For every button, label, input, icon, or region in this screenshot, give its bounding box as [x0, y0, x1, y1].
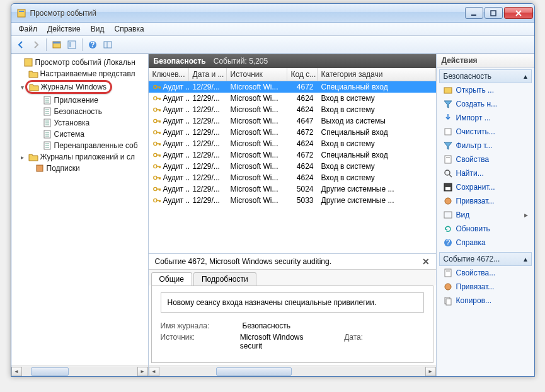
panes-button[interactable] [101, 38, 115, 52]
event-row[interactable]: Аудит ... 12/29/... Microsoft Wi... 4672… [149, 149, 436, 161]
action-evt-2[interactable]: Копиров... [439, 294, 532, 308]
action-sec-5[interactable]: Свойства [439, 153, 532, 166]
svg-rect-33 [37, 165, 43, 171]
event-row[interactable]: Аудит ... 12/29/... Microsoft Wi... 4672… [149, 81, 436, 93]
menu-help[interactable]: Справка [110, 23, 149, 35]
tree-app-services[interactable]: ▸ Журналы приложений и сл [11, 151, 148, 163]
detail-hscroll[interactable]: ◄ ► [149, 366, 436, 376]
menu-file[interactable]: Файл [14, 23, 43, 35]
event-row[interactable]: Аудит ... 12/29/... Microsoft Wi... 4624… [149, 93, 436, 104]
tab-general[interactable]: Общие [151, 272, 192, 285]
event-row[interactable]: Аудит ... 12/29/... Microsoft Wi... 5033… [149, 195, 436, 206]
collapse-icon: ▴ [524, 255, 527, 263]
svg-rect-0 [18, 9, 25, 17]
tree-root[interactable]: Просмотр событий (Локальн [11, 57, 148, 68]
svg-rect-7 [69, 42, 71, 47]
detail-close-button[interactable]: ✕ [422, 257, 430, 267]
action-sec-4[interactable]: Фильтр т... [439, 139, 532, 153]
action-sec-9[interactable]: Вид▸ [439, 208, 532, 222]
tab-details[interactable]: Подробности [193, 272, 256, 285]
event-row[interactable]: Аудит ... 12/29/... Microsoft Wi... 4624… [149, 138, 436, 149]
maximize-button[interactable] [485, 7, 503, 19]
tree-pane: Просмотр событий (Локальн Настраиваемые … [11, 54, 149, 376]
action-sec-6[interactable]: Найти... [439, 166, 532, 180]
action-evt-1[interactable]: Привязат... [439, 280, 532, 294]
svg-text:?: ? [90, 40, 95, 49]
event-list[interactable]: Ключев... Дата и ... Источник Код с... К… [149, 68, 436, 253]
svg-point-53 [445, 198, 451, 204]
event-row[interactable]: Аудит ... 12/29/... Microsoft Wi... 5024… [149, 183, 436, 195]
svg-text:?: ? [445, 238, 450, 247]
tree-setup[interactable]: Установка [11, 117, 148, 129]
tree-security[interactable]: Безопасность [11, 106, 148, 117]
collapse-icon: ▴ [524, 72, 527, 81]
svg-rect-46 [445, 129, 451, 135]
svg-rect-1 [19, 11, 24, 12]
svg-rect-61 [446, 299, 451, 305]
close-button[interactable] [504, 7, 533, 19]
app-icon [16, 8, 26, 18]
svg-rect-3 [491, 11, 496, 16]
svg-rect-45 [444, 88, 452, 93]
detail-title: Событие 4672, Microsoft Windows security… [155, 257, 331, 266]
svg-rect-54 [444, 212, 452, 218]
menu-action[interactable]: Действие [42, 23, 86, 35]
forward-button[interactable] [29, 38, 43, 52]
action-sec-1[interactable]: Создать н... [439, 97, 532, 111]
event-row[interactable]: Аудит ... 12/29/... Microsoft Wi... 4624… [149, 172, 436, 183]
titlebar[interactable]: Просмотр событий [11, 4, 534, 23]
log-header: Безопасность Событий: 5,205 [149, 54, 436, 68]
svg-rect-2 [471, 14, 476, 16]
help-button[interactable]: ? [86, 38, 100, 52]
svg-rect-10 [104, 42, 112, 48]
tree-hscroll[interactable]: ◄ ► [11, 366, 148, 376]
action-sec-2[interactable]: Импорт ... [439, 111, 532, 125]
tree-system[interactable]: Система [11, 129, 148, 140]
toolbar: ? [11, 36, 534, 54]
actions-title: Действия [437, 54, 534, 68]
tree-subscriptions[interactable]: Подписки [11, 163, 148, 174]
event-row[interactable]: Аудит ... 12/29/... Microsoft Wi... 4647… [149, 115, 436, 127]
action-evt-0[interactable]: Свойства... [439, 266, 532, 280]
actions-header-event[interactable]: Событие 4672...▴ [439, 252, 532, 266]
action-sec-10[interactable]: Обновить [439, 222, 532, 236]
action-sec-11[interactable]: ?Справка [439, 236, 532, 250]
tree-custom-views[interactable]: Настраиваемые представл [11, 68, 148, 79]
svg-rect-47 [445, 156, 451, 163]
svg-rect-52 [445, 187, 450, 190]
menubar: Файл Действие Вид Справка [11, 23, 534, 36]
tree-forwarded[interactable]: Перенаправленные соб [11, 140, 148, 151]
event-viewer-window: Просмотр событий Файл Действие Вид Справ… [11, 3, 535, 377]
svg-rect-57 [445, 269, 451, 277]
svg-point-59 [445, 284, 451, 290]
svg-rect-5 [53, 42, 60, 43]
svg-line-50 [449, 175, 452, 177]
event-row[interactable]: Аудит ... 12/29/... Microsoft Wi... 4624… [149, 161, 436, 172]
detail-pane: Событие 4672, Microsoft Windows security… [149, 253, 436, 376]
action-sec-0[interactable]: Открыть ... [439, 83, 532, 97]
minimize-button[interactable] [465, 7, 483, 19]
back-button[interactable] [14, 38, 28, 52]
actions-pane: Действия Безопасность▴ Открыть ...Создат… [437, 54, 534, 376]
tree-application[interactable]: Приложение [11, 95, 148, 106]
columns-header[interactable]: Ключев... Дата и ... Источник Код с... К… [149, 68, 436, 81]
svg-rect-6 [68, 41, 76, 49]
window-title: Просмотр событий [30, 9, 464, 18]
properties-button[interactable] [65, 38, 79, 52]
action-sec-7[interactable]: Сохранит... [439, 180, 532, 194]
svg-rect-12 [25, 59, 32, 66]
action-sec-8[interactable]: Привязат... [439, 194, 532, 208]
action-sec-3[interactable]: Очистить... [439, 125, 532, 139]
svg-point-49 [445, 170, 450, 175]
menu-view[interactable]: Вид [86, 23, 110, 35]
event-row[interactable]: Аудит ... 12/29/... Microsoft Wi... 4624… [149, 104, 436, 115]
show-tree-button[interactable] [50, 38, 64, 52]
detail-description: Новому сеансу входа назначены специальны… [161, 292, 424, 313]
event-row[interactable]: Аудит ... 12/29/... Microsoft Wi... 4672… [149, 127, 436, 138]
main-pane: Безопасность Событий: 5,205 Ключев... Да… [149, 54, 437, 376]
actions-header-security[interactable]: Безопасность▴ [439, 69, 532, 83]
tree-windows-logs[interactable]: ▾ Журналы Windows [11, 79, 148, 95]
